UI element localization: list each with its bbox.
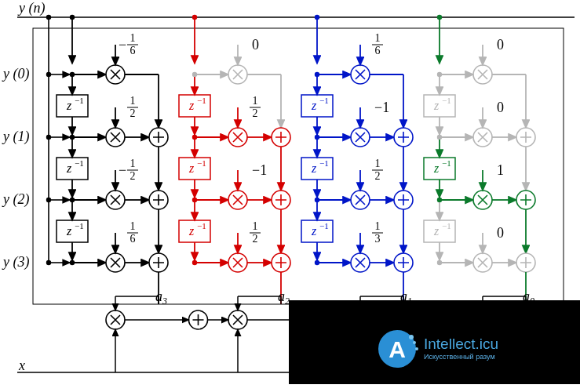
svg-text:1: 1 [130, 32, 136, 44]
add-icon [394, 128, 413, 147]
multiply-icon [473, 191, 492, 209]
svg-text:1: 1 [375, 220, 381, 232]
multiply-icon [228, 191, 247, 209]
watermark-sub: Искусственный разум [424, 353, 495, 361]
svg-text:2: 2 [130, 170, 136, 182]
svg-text:6: 6 [130, 45, 136, 56]
branch-red: 0z−112z−1−1z−112 [179, 15, 290, 304]
multiply-icon [473, 65, 492, 84]
svg-text:−1: −1 [197, 221, 206, 230]
multiply-icon [351, 65, 370, 84]
multiply-icon [228, 253, 247, 272]
multiply-icon [106, 191, 125, 209]
multiply-icon [351, 253, 370, 272]
multiply-icon [473, 128, 492, 147]
add-icon [272, 191, 290, 209]
svg-text:−1: −1 [319, 221, 329, 230]
svg-text:−1: −1 [374, 100, 389, 115]
svg-text:0: 0 [497, 100, 504, 115]
multiply-icon [228, 128, 247, 147]
svg-text:1: 1 [253, 95, 258, 107]
svg-text:−: − [119, 37, 126, 53]
svg-text:z: z [311, 99, 317, 112]
svg-text:3: 3 [375, 233, 381, 245]
svg-text:−1: −1 [75, 221, 84, 230]
label-y1: y (1) [2, 129, 29, 145]
svg-text:z: z [188, 224, 195, 238]
label-y0: y (0) [2, 66, 29, 82]
svg-text:1: 1 [130, 158, 136, 169]
svg-text:0: 0 [252, 37, 259, 53]
watermark-title: Intellect.icu [424, 336, 498, 352]
svg-point-186 [415, 347, 418, 350]
svg-text:−1: −1 [252, 162, 267, 178]
svg-text:−1: −1 [442, 158, 451, 168]
add-icon [516, 191, 535, 209]
svg-text:1: 1 [253, 220, 258, 232]
svg-text:−1: −1 [197, 96, 206, 105]
svg-text:1: 1 [375, 32, 381, 44]
watermark-badge-letter: A [388, 336, 406, 362]
branch-blue: 16z−1−1z−112z−113 [301, 15, 413, 304]
svg-text:z: z [433, 99, 440, 112]
add-icon [516, 253, 535, 272]
svg-text:z: z [311, 162, 317, 175]
svg-text:−1: −1 [319, 158, 329, 168]
svg-text:−1: −1 [197, 158, 206, 168]
svg-point-185 [413, 341, 416, 344]
svg-text:1: 1 [130, 95, 136, 107]
svg-text:−1: −1 [75, 96, 84, 105]
branch-green: 0z−10z−11z−10 [424, 15, 535, 304]
svg-text:−: − [119, 162, 126, 178]
multiply-icon [106, 128, 125, 147]
multiply-icon [228, 65, 247, 84]
svg-text:z: z [66, 99, 72, 112]
add-icon [149, 191, 168, 209]
svg-text:−1: −1 [319, 96, 329, 105]
add-icon [394, 191, 413, 209]
multiply-icon [106, 65, 125, 84]
svg-text:z: z [188, 99, 195, 112]
svg-text:2: 2 [130, 107, 136, 119]
svg-text:1: 1 [375, 158, 381, 169]
svg-text:−1: −1 [442, 96, 451, 105]
svg-text:z: z [433, 162, 440, 175]
add-icon [272, 128, 290, 147]
branch-black: −16z−112z−1−12z−116 [46, 15, 168, 304]
add-icon [272, 253, 290, 272]
label-y3: y (3) [2, 254, 29, 270]
add-icon [394, 253, 413, 272]
svg-text:0: 0 [497, 225, 504, 241]
svg-text:z: z [433, 224, 440, 238]
multiply-icon [106, 310, 125, 329]
multiply-icon [351, 128, 370, 147]
add-icon [149, 253, 168, 272]
svg-point-184 [409, 335, 414, 339]
svg-text:6: 6 [375, 45, 381, 56]
svg-text:1: 1 [130, 220, 136, 232]
add-icon [516, 128, 535, 147]
label-a2: a2 [278, 289, 290, 307]
add-icon [149, 128, 168, 147]
label-a3: a3 [155, 289, 167, 307]
svg-text:z: z [66, 224, 72, 238]
svg-text:z: z [188, 162, 195, 175]
multiply-icon [228, 310, 247, 329]
multiply-icon [473, 253, 492, 272]
svg-text:2: 2 [253, 233, 258, 245]
label-y2: y (2) [2, 191, 29, 208]
svg-text:−1: −1 [442, 221, 451, 230]
svg-text:2: 2 [375, 170, 381, 182]
svg-text:6: 6 [130, 233, 136, 245]
svg-text:2: 2 [253, 107, 258, 119]
label-yn: y (n) [17, 0, 45, 16]
svg-text:−1: −1 [75, 158, 84, 168]
svg-text:1: 1 [497, 162, 504, 178]
svg-text:z: z [66, 162, 72, 175]
svg-text:0: 0 [497, 37, 504, 53]
svg-text:z: z [311, 224, 317, 238]
label-x: x [18, 358, 25, 373]
multiply-icon [106, 253, 125, 272]
add-icon [189, 310, 208, 329]
multiply-icon [351, 191, 370, 209]
